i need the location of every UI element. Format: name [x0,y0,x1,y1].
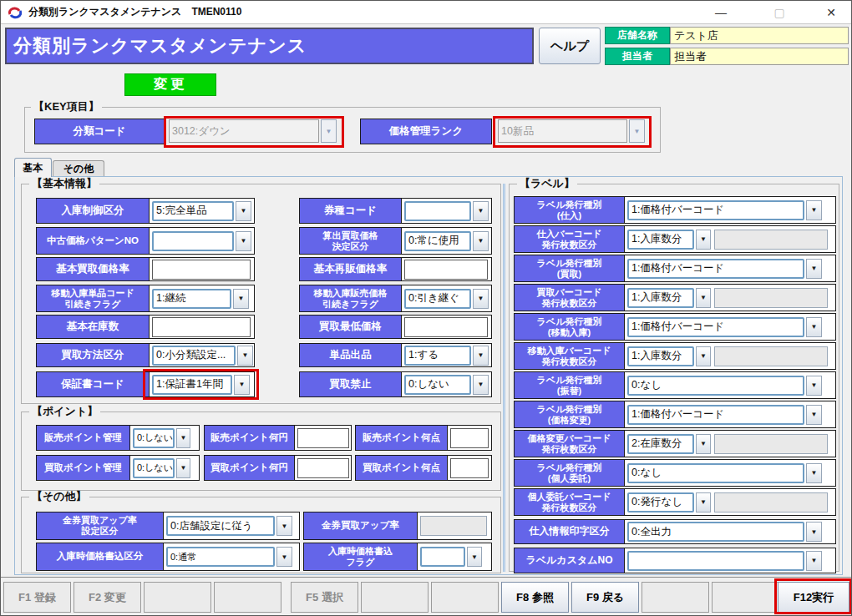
chevron-down-icon[interactable]: ▼ [696,346,711,366]
chevron-down-icon[interactable]: ▼ [276,547,292,567]
field-row: ラベル発行種別 (価格変更) 1:価格付バーコード▼ [514,401,836,428]
chevron-down-icon[interactable]: ▼ [236,231,251,251]
move-barcode-count-combobox[interactable]: 1:入庫数分▼ [627,346,711,366]
chevron-down-icon[interactable]: ▼ [176,458,190,478]
app-window: 分類別ランクマスタメンテナンス TMEN0110 — ▢ ✕ 分類別ランクマスタ… [0,0,852,616]
chevron-down-icon[interactable]: ▼ [237,346,253,366]
aux-field [714,230,828,250]
f12-execute-button[interactable]: F12実行 [778,582,849,613]
f1-register-button[interactable]: F1 登録 [3,582,71,613]
base-resale-rate-input[interactable] [404,260,488,280]
f2-change-button[interactable]: F2 変更 [74,582,141,613]
chevron-down-icon[interactable]: ▼ [473,201,489,221]
field-label: 金券買取アップ率 [304,512,418,539]
used-price-pattern-combobox[interactable]: ▼ [152,231,251,251]
consignment-barcode-count-combobox[interactable]: 0:発行なし▼ [627,492,711,512]
stockin-price-write-combobox[interactable]: 0:通常▼ [166,547,292,567]
sell-point-manage-combobox[interactable]: 0:しない▼ [133,428,190,448]
chevron-down-icon[interactable]: ▼ [806,463,822,483]
chevron-down-icon[interactable]: ▼ [806,551,822,571]
label-type-purchase-combobox[interactable]: 1:価格付バーコード▼ [627,200,822,220]
field-row: 買取最低価格 [299,315,492,339]
base-stock-qty-input[interactable] [152,317,251,337]
field-label: 買取ポイント管理 [37,456,130,480]
calc-buy-price-combobox[interactable]: 0:常に使用▼ [404,231,489,251]
store-name-label: 店舗名称 [605,27,670,44]
label-custom-no-combobox[interactable]: ▼ [627,551,822,571]
tab-other[interactable]: その他 [53,160,104,177]
field-label: 仕入バーコード 発行枚数区分 [515,226,625,252]
class-code-combobox[interactable]: 3012:ダウン ▼ [169,119,337,143]
ticket-type-combobox[interactable]: ▼ [404,201,489,221]
f3-empty-slot [144,582,211,613]
chevron-down-icon[interactable]: ▼ [473,346,489,366]
move-stock-price-flag-combobox[interactable]: 0:引き継ぐ▼ [404,289,489,309]
chevron-down-icon[interactable]: ▼ [806,259,822,279]
field-row: 保証書コード 1:保証書1年間▼ [36,371,255,397]
chevron-down-icon[interactable]: ▼ [233,289,249,309]
chevron-down-icon[interactable]: ▼ [806,317,822,337]
chevron-down-icon[interactable]: ▼ [234,375,250,395]
field-label: 価格変更バーコード 発行枚数区分 [515,431,625,457]
field-label: 券種コード [300,199,402,223]
price-change-barcode-count-combobox[interactable]: 2:在庫数分▼ [627,434,711,454]
chevron-down-icon[interactable]: ▼ [473,375,489,395]
sell-point-yen-input[interactable] [297,428,349,448]
minimize-button[interactable]: — [702,1,739,23]
f9-back-button[interactable]: F9 戻る [571,582,639,613]
field-row: 金券買取アップ率 [303,512,492,540]
field-label: ラベルカスタムNO [515,548,625,573]
chevron-down-icon[interactable]: ▼ [806,200,822,220]
chevron-down-icon[interactable]: ▼ [467,547,482,567]
single-item-listing-combobox[interactable]: 1:する▼ [404,346,489,366]
chevron-down-icon[interactable]: ▼ [806,376,822,396]
chevron-down-icon[interactable]: ▼ [473,231,489,251]
close-button[interactable]: ✕ [813,1,849,23]
chevron-down-icon[interactable]: ▼ [696,492,711,512]
help-button[interactable]: ヘルプ [539,28,601,64]
stockin-price-write-flag-combobox[interactable]: ▼ [420,547,482,567]
voucher-up-rate-field [420,516,487,536]
stock-control-combobox[interactable]: 5:完全単品▼ [152,201,251,221]
label-type-buy-combobox[interactable]: 1:価格付バーコード▼ [627,259,822,279]
min-buy-price-input[interactable] [404,317,488,337]
chevron-down-icon[interactable]: ▼ [236,201,251,221]
buy-point-manage-combobox[interactable]: 0:しない▼ [133,458,190,478]
tab-basic[interactable]: 基本 [14,158,52,177]
field-label: 中古価格パターンNO [37,228,150,254]
label-type-transfer-combobox[interactable]: 0:なし▼ [627,376,822,396]
label-type-move-combobox[interactable]: 1:価格付バーコード▼ [627,317,822,337]
sell-point-qty-input[interactable] [450,428,489,448]
label-type-price-change-combobox[interactable]: 1:価格付バーコード▼ [627,405,822,425]
field-label: 個人委託バーコード 発行枚数区分 [515,489,625,515]
buy-barcode-count-combobox[interactable]: 1:入庫数分▼ [627,288,711,308]
field-label: 金券買取アップ率 設定区分 [37,512,164,539]
chevron-down-icon[interactable]: ▼ [806,405,822,425]
label-type-consignment-combobox[interactable]: 0:なし▼ [627,463,822,483]
label-group-title: 【ラベル】 [517,178,577,189]
field-row: 買取ポイント管理 0:しない▼ [36,455,200,481]
f8-reference-button[interactable]: F8 参照 [501,582,569,613]
voucher-up-rate-setting-combobox[interactable]: 0:店舗設定に従う▼ [166,516,292,536]
buy-point-yen-input[interactable] [297,458,349,478]
f5-select-button[interactable]: F5 選択 [291,582,358,613]
field-row: ラベル発行種別 (仕入) 1:価格付バーコード▼ [514,196,836,224]
buy-point-qty-input[interactable] [450,458,489,478]
warranty-code-combobox[interactable]: 1:保証書1年間▼ [152,375,250,395]
buy-method-combobox[interactable]: 0:小分類設定...▼ [152,346,253,366]
chevron-down-icon[interactable]: ▼ [473,289,489,309]
chevron-down-icon[interactable]: ▼ [276,516,292,536]
buy-ban-combobox[interactable]: 0:しない▼ [404,375,489,395]
chevron-down-icon[interactable]: ▼ [696,230,711,250]
mode-change-badge: 変更 [124,73,216,96]
chevron-down-icon[interactable]: ▼ [696,288,711,308]
price-rank-combobox[interactable]: 10新品 ▼ [498,119,645,143]
move-stock-item-flag-combobox[interactable]: 1:継続▼ [152,289,249,309]
purchase-info-print-combobox[interactable]: 0:全出力▼ [627,522,822,542]
chevron-down-icon[interactable]: ▼ [696,434,711,454]
chevron-down-icon[interactable]: ▼ [806,522,822,542]
chevron-down-icon[interactable]: ▼ [176,428,190,448]
field-label: ラベル発行種別 (振替) [515,372,625,398]
base-buy-rate-input[interactable] [152,260,251,280]
purchase-barcode-count-combobox[interactable]: 1:入庫数分▼ [627,230,711,250]
